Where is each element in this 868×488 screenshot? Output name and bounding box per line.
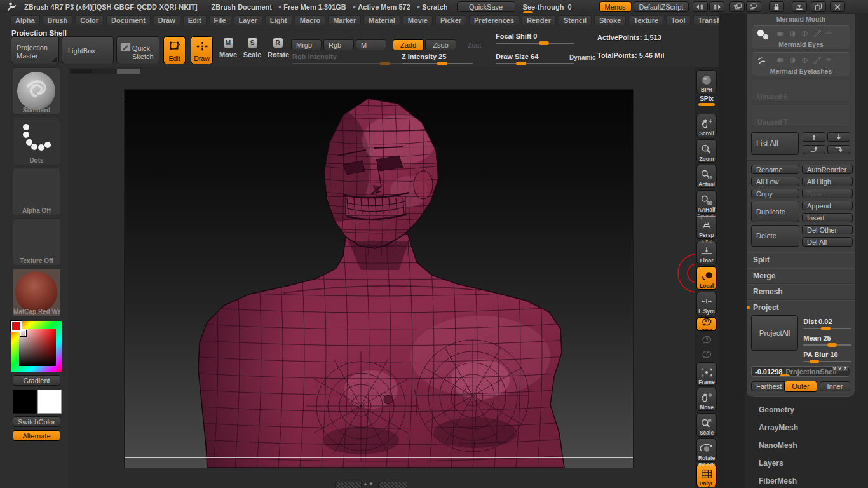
right-shelf-persp[interactable]: DynamicPersp: [696, 215, 717, 239]
gradient-button[interactable]: Gradient: [13, 375, 60, 386]
right-shelf-bpr[interactable]: BPR: [696, 70, 717, 93]
all-low-button[interactable]: All Low: [751, 177, 799, 186]
right-shelf-spix[interactable]: SPix: [696, 95, 717, 112]
append-button[interactable]: Append: [802, 201, 853, 210]
subtool-toggle-icons[interactable]: [775, 55, 834, 65]
zbrush-document[interactable]: [124, 89, 634, 468]
draw-mode-button[interactable]: Draw: [191, 36, 213, 64]
menu-item-layer[interactable]: Layer: [234, 15, 262, 25]
dist-slider[interactable]: Dist 0.02: [803, 315, 851, 329]
rename-button[interactable]: Rename: [751, 165, 799, 174]
right-shelf-rotate-y-icon[interactable]: Y: [696, 333, 717, 346]
color-picker[interactable]: [11, 321, 62, 372]
quick-sketch-button[interactable]: Quick Sketch: [116, 36, 159, 64]
right-divider-strip[interactable]: [719, 13, 745, 488]
right-shelf-scale[interactable]: Scale: [696, 413, 717, 437]
menu-item-document[interactable]: Document: [106, 15, 151, 25]
canvas-scrollbar-right[interactable]: [378, 482, 407, 488]
reproject-button[interactable]: Reproject Higher Subdiv: [751, 396, 851, 398]
lightbox-button[interactable]: LightBox: [62, 36, 114, 64]
list-all-button[interactable]: List All: [751, 132, 799, 155]
close-icon[interactable]: [830, 1, 845, 12]
secondary-color-swatch[interactable]: [37, 390, 62, 414]
canvas-tab[interactable]: [70, 69, 93, 74]
right-shelf-local[interactable]: Local: [696, 266, 717, 290]
tool-section-arraymesh[interactable]: ArrayMesh: [745, 419, 868, 437]
merge-section[interactable]: Merge: [747, 268, 855, 283]
inner-button[interactable]: Inner: [820, 381, 850, 391]
menu-item-render[interactable]: Render: [522, 15, 556, 25]
right-shelf-aahalf[interactable]: AAHalf: [696, 190, 717, 214]
canvas-tab-active[interactable]: [117, 69, 140, 74]
menu-item-stencil[interactable]: Stencil: [559, 15, 592, 25]
m-button[interactable]: M: [356, 39, 386, 50]
zadd-button[interactable]: Zadd: [393, 39, 424, 50]
subtool-toggle-icons[interactable]: [775, 29, 834, 39]
duplicate-button[interactable]: Duplicate: [751, 201, 799, 222]
right-shelf-polyf[interactable]: ine FillPolyF: [696, 464, 717, 487]
project-section[interactable]: Project: [747, 299, 855, 315]
menu-item-light[interactable]: Light: [265, 15, 292, 25]
axis-toggle[interactable]: X Y Z: [832, 367, 848, 371]
menus-button[interactable]: Menus: [599, 1, 632, 12]
menu-item-preferences[interactable]: Preferences: [469, 15, 519, 25]
menu-item-stroke[interactable]: Stroke: [594, 15, 626, 25]
canvas-tab[interactable]: [93, 69, 116, 74]
scale-mode-button[interactable]: SScale: [242, 38, 262, 58]
tool-section-layers[interactable]: Layers: [745, 454, 868, 472]
menu-item-marker[interactable]: Marker: [328, 15, 361, 25]
see-through-slider[interactable]: See-through 0: [523, 3, 593, 11]
main-color-swatch[interactable]: [13, 390, 37, 414]
subtool-move-down-button[interactable]: [827, 145, 850, 154]
right-shelf-frame[interactable]: Frame: [696, 362, 717, 386]
stroke-thumbnail[interactable]: Dots: [13, 118, 60, 165]
right-shelf-zoom[interactable]: Zoom: [696, 139, 717, 163]
del-all-button[interactable]: Del All: [802, 237, 853, 247]
alternate-button[interactable]: Alternate: [13, 430, 60, 441]
zcut-button[interactable]: Zcut: [459, 39, 489, 50]
menu-item-file[interactable]: File: [209, 15, 231, 25]
right-shelf-l-sym[interactable]: L.Sym: [696, 292, 717, 315]
menu-item-macro[interactable]: Macro: [295, 15, 325, 25]
subtool-item-unused-6[interactable]: Unused 6: [752, 79, 850, 102]
tool-section-geometry[interactable]: Geometry: [745, 401, 868, 419]
alpha-thumbnail[interactable]: Alpha Off: [13, 168, 60, 215]
menu-item-edit[interactable]: Edit: [183, 15, 207, 25]
right-shelf-rotate[interactable]: Rotate: [696, 438, 717, 462]
delete-button[interactable]: Delete: [751, 225, 799, 247]
history-back-icon[interactable]: [693, 1, 708, 12]
switch-color-button[interactable]: SwitchColor: [13, 416, 60, 427]
edit-mode-button[interactable]: Edit: [163, 36, 186, 64]
right-shelf-actual[interactable]: x1Actual: [696, 165, 717, 188]
right-shelf-xyz[interactable]: XYZXYZ: [696, 317, 717, 331]
copy-button[interactable]: Copy: [751, 189, 799, 198]
default-zscript-button[interactable]: DefaultZScript: [634, 1, 689, 12]
right-shelf-move[interactable]: Move: [696, 388, 717, 411]
mean-slider[interactable]: Mean 25: [803, 332, 851, 346]
copy-doc-icon[interactable]: [729, 1, 745, 12]
tool-section-nanomesh[interactable]: NanoMesh: [745, 437, 868, 454]
shell-slider-knob[interactable]: [780, 374, 790, 377]
menu-item-brush[interactable]: Brush: [43, 15, 73, 25]
projection-shell-slider[interactable]: -0.01298 ProjectionShell X Y Z: [751, 366, 850, 377]
menu-item-color[interactable]: Color: [75, 15, 104, 25]
material-thumbnail[interactable]: MatCap Red Wa: [13, 269, 60, 316]
subtool-up-button[interactable]: [803, 132, 825, 142]
menu-item-picker[interactable]: Picker: [435, 15, 466, 25]
split-section[interactable]: Split: [747, 252, 855, 268]
subtool-down-button[interactable]: [827, 132, 850, 142]
texture-thumbnail[interactable]: Texture Off: [13, 218, 60, 266]
all-high-button[interactable]: All High: [802, 177, 853, 186]
minimize-icon[interactable]: [792, 1, 807, 12]
pa-blur-slider[interactable]: PA Blur 10: [803, 348, 851, 362]
canvas-scroll-arrows[interactable]: ▲▼: [363, 481, 374, 487]
spix-slider[interactable]: [698, 103, 715, 106]
dynamic-label[interactable]: Dynamic: [569, 54, 596, 61]
right-shelf-floor[interactable]: XYZFloor: [696, 241, 717, 264]
right-shelf-scroll[interactable]: Scroll: [696, 114, 717, 137]
rotate-mode-button[interactable]: RRotate: [268, 38, 288, 58]
move-mode-button[interactable]: MMove: [218, 38, 238, 58]
auto-reorder-button[interactable]: AutoReorder: [802, 165, 853, 174]
remesh-section[interactable]: Remesh: [747, 283, 855, 299]
sculpt-model-wireframe[interactable]: [125, 90, 633, 468]
